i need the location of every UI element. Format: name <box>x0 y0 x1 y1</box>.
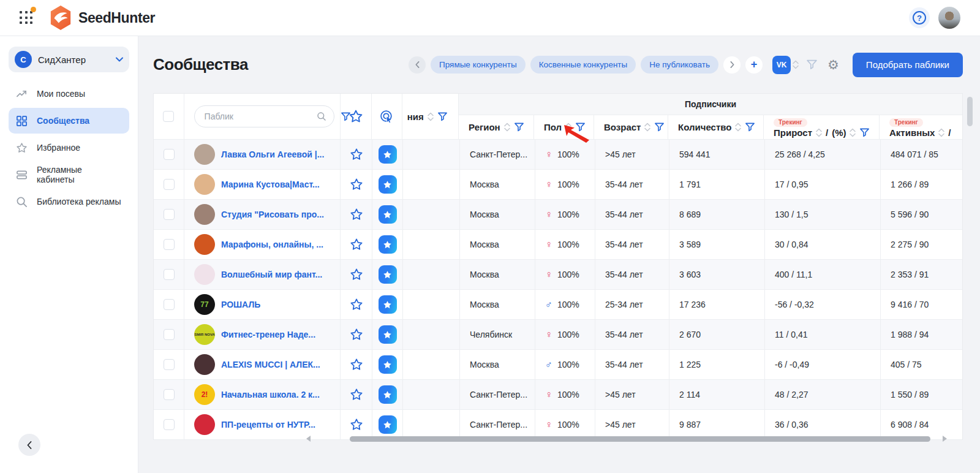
community-name-link[interactable]: Марина Кустова|Маст... <box>221 180 320 189</box>
sort-icon[interactable] <box>816 127 822 138</box>
row-checkbox[interactable] <box>164 149 175 160</box>
sidebar-collapse-button[interactable] <box>18 434 40 456</box>
age-filter-button[interactable] <box>654 122 665 132</box>
user-avatar[interactable] <box>938 7 960 29</box>
seedhunter-star-badge[interactable] <box>379 295 397 314</box>
community-name-link[interactable]: Лавка Ольги Агеевой |... <box>221 149 324 159</box>
workspace-switcher[interactable]: C СидХантер <box>9 47 129 72</box>
gender-icon: ♀ <box>545 149 552 160</box>
sidebar-item-ad-accounts[interactable]: Рекламные кабинеты <box>9 162 129 187</box>
truncated-column-filter-button[interactable] <box>437 112 448 122</box>
row-checkbox[interactable] <box>164 329 175 340</box>
truncated-cell <box>403 170 460 199</box>
vertical-scrollbar[interactable] <box>967 97 973 403</box>
community-name-link[interactable]: ПП-рецепты от НУТР... <box>221 420 315 429</box>
seedhunter-star-badge[interactable] <box>379 235 397 254</box>
favorite-star-button[interactable] <box>350 268 363 281</box>
community-name-link[interactable]: РОШАЛЬ <box>221 300 260 309</box>
sidebar-item-favorites[interactable]: Избранное <box>9 135 129 161</box>
sidebar-item-my-seedings[interactable]: Мои посевы <box>9 81 129 107</box>
row-checkbox[interactable] <box>164 179 175 190</box>
seedhunter-logo[interactable]: SeedHunter <box>49 5 155 31</box>
truncated-column-label: ния <box>407 112 424 122</box>
seedhunter-star-badge[interactable] <box>379 385 397 404</box>
row-checkbox[interactable] <box>164 239 175 250</box>
tab-do-not-publish[interactable]: Не публиковать <box>641 56 718 74</box>
seedhunter-star-badge[interactable] <box>379 265 397 284</box>
growth-filter-button[interactable] <box>859 127 870 138</box>
community-name-link[interactable]: Фитнес-тренер Наде... <box>221 330 315 339</box>
scroll-left-arrow-icon[interactable] <box>306 436 311 442</box>
star-icon <box>383 330 392 339</box>
horizontal-scrollbar-thumb[interactable] <box>350 436 930 442</box>
gender-value: 100% <box>557 330 579 339</box>
truncated-cell <box>403 200 460 229</box>
scroll-right-arrow-icon[interactable] <box>943 436 947 442</box>
add-tab-button[interactable]: + <box>745 56 763 74</box>
help-button[interactable]: ? <box>909 7 930 28</box>
vertical-scrollbar-thumb[interactable] <box>967 97 973 126</box>
favorite-star-button[interactable] <box>350 238 363 251</box>
count-column-label: Количество <box>678 122 731 132</box>
vk-sort-icon[interactable] <box>793 59 799 70</box>
sort-icon[interactable] <box>735 122 741 132</box>
tab-indirect-competitors[interactable]: Косвенные конкуренты <box>530 56 636 74</box>
sidebar-item-ads-library[interactable]: Библиотека рекламы <box>9 189 129 214</box>
community-name-link[interactable]: ALEXIS MUCCI | АЛЕК... <box>221 360 320 369</box>
row-checkbox[interactable] <box>164 359 175 370</box>
count-filter-button[interactable] <box>745 122 755 132</box>
favorite-column-header-icon[interactable] <box>349 109 363 124</box>
target-click-icon[interactable] <box>380 110 394 124</box>
favorite-star-button[interactable] <box>350 418 363 431</box>
favorite-star-button[interactable] <box>350 208 363 221</box>
sort-icon[interactable] <box>850 127 856 138</box>
apps-grid-button[interactable] <box>20 11 33 25</box>
select-publics-button[interactable]: Подобрать паблики <box>853 53 963 77</box>
global-filter-button[interactable] <box>804 56 820 73</box>
age-cell: 35-44 лет <box>595 350 669 379</box>
sort-icon[interactable] <box>428 112 434 122</box>
sort-icon[interactable] <box>644 122 650 132</box>
search-icon <box>317 112 326 121</box>
age-cell: 35-44 лет <box>595 200 669 229</box>
seedhunter-star-badge[interactable] <box>379 175 397 194</box>
gender-cell: ♀ 100% <box>535 140 595 169</box>
row-checkbox[interactable] <box>164 269 175 280</box>
seedhunter-star-badge[interactable] <box>379 355 397 374</box>
seedhunter-star-badge[interactable] <box>379 415 397 434</box>
sidebar-item-communities[interactable]: Сообщества <box>9 108 129 134</box>
favorite-star-button[interactable] <box>350 358 363 371</box>
tab-direct-competitors[interactable]: Прямые конкуренты <box>431 56 526 74</box>
sort-icon-active[interactable] <box>565 122 571 132</box>
seedhunter-star-badge[interactable] <box>379 145 397 164</box>
horizontal-scrollbar[interactable] <box>306 434 947 443</box>
favorite-star-button[interactable] <box>350 298 363 311</box>
community-name-link[interactable]: Волшебный мир фант... <box>221 270 322 279</box>
community-name-link[interactable]: Марафоны, онлайны, ... <box>221 240 323 249</box>
row-checkbox[interactable] <box>164 299 175 310</box>
sort-icon[interactable] <box>504 122 510 132</box>
favorite-star-button[interactable] <box>350 178 363 191</box>
page-controls: Прямые конкуренты Косвенные конкуренты Н… <box>409 53 963 77</box>
select-all-checkbox[interactable] <box>163 111 174 122</box>
public-search-input[interactable] <box>203 111 317 122</box>
favorite-star-button[interactable] <box>350 388 363 401</box>
tabs-scroll-right-button[interactable] <box>723 56 741 74</box>
community-name-link[interactable]: Студия "Рисовать про... <box>221 210 324 219</box>
gender-icon: ♂ <box>545 299 552 310</box>
row-checkbox[interactable] <box>164 419 175 430</box>
vk-icon[interactable]: VK <box>772 56 791 74</box>
row-checkbox[interactable] <box>164 389 175 400</box>
row-checkbox[interactable] <box>164 209 175 220</box>
region-filter-button[interactable] <box>514 122 524 132</box>
favorite-star-button[interactable] <box>350 328 363 341</box>
seedhunter-star-badge[interactable] <box>379 205 397 224</box>
settings-button[interactable]: ⚙ <box>825 56 842 74</box>
favorite-star-button[interactable] <box>350 148 363 161</box>
tabs-scroll-left-button[interactable] <box>409 56 426 74</box>
seedhunter-star-badge[interactable] <box>379 325 397 344</box>
truncated-cell <box>403 230 460 259</box>
sort-icon[interactable] <box>938 127 944 138</box>
gender-filter-button[interactable] <box>575 122 586 132</box>
community-name-link[interactable]: Начальная школа. 2 к... <box>221 390 320 399</box>
